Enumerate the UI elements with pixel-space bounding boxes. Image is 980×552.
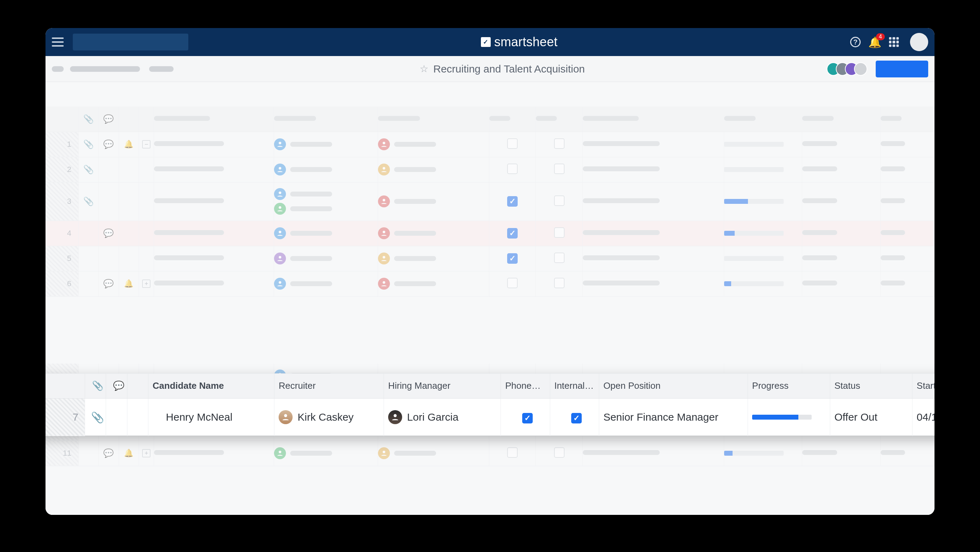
cell-open-position[interactable]: Senior Finance Manager	[599, 398, 748, 436]
svg-point-22	[394, 414, 397, 418]
toolbar-placeholder	[149, 66, 173, 72]
hiring-manager-name: Lori Garcia	[407, 411, 458, 423]
col-status[interactable]: Status	[830, 374, 912, 398]
cell-internal[interactable]	[550, 398, 599, 436]
menu-button[interactable]	[52, 37, 64, 46]
avatar-icon	[278, 410, 293, 424]
brand-name: smartsheet	[494, 35, 558, 49]
col-recruiter[interactable]: Recruiter	[274, 374, 384, 398]
cell-status[interactable]: Offer Out	[830, 398, 912, 436]
cell-recruiter[interactable]: Kirk Caskey	[274, 398, 384, 436]
row-number: 7	[46, 398, 85, 436]
sheet-title[interactable]: Recruiting and Talent Acquisition	[433, 63, 585, 75]
favorite-star-icon[interactable]: ☆	[420, 63, 428, 75]
toolbar-placeholder	[52, 66, 64, 72]
recruiter-name: Kirk Caskey	[298, 411, 353, 423]
attachment-icon[interactable]: 📎	[85, 398, 106, 436]
svg-point-6	[383, 199, 385, 201]
cell-candidate[interactable]: Henry McNeal	[148, 398, 274, 436]
checkbox-checked-icon	[522, 413, 533, 423]
table-row[interactable]: 3📎	[46, 182, 934, 221]
notifications-button[interactable]: 🔔 4	[869, 36, 881, 48]
brand: ✓ smartsheet	[188, 35, 850, 49]
grid: 📎💬 1📎💬🔔−2📎3📎4💬56💬🔔+9💬10📎11💬🔔+ 📎	[46, 82, 934, 515]
help-button[interactable]: ?	[850, 37, 861, 47]
attachments-column-icon: 📎	[85, 374, 106, 398]
cell-progress[interactable]	[748, 398, 830, 436]
svg-point-20	[383, 451, 385, 453]
comments-column-icon: 💬	[106, 374, 127, 398]
svg-point-7	[278, 231, 281, 233]
avatar-icon	[388, 410, 402, 424]
sheet-title-area: ☆ Recruiting and Talent Acquisition	[173, 63, 831, 75]
svg-point-11	[278, 281, 281, 284]
svg-point-1	[383, 142, 385, 144]
share-button[interactable]	[876, 61, 928, 77]
table-row[interactable]: 1📎💬🔔−	[46, 132, 934, 157]
help-icon: ?	[850, 37, 861, 47]
svg-point-21	[284, 414, 287, 418]
table-row[interactable]: 7 📎 Henry McNeal Kirk Caskey Lori Garcia…	[46, 398, 934, 436]
svg-point-8	[383, 231, 385, 233]
toolbar-placeholder	[70, 66, 140, 72]
table-row[interactable]: 6💬🔔+	[46, 271, 934, 296]
svg-point-0	[278, 142, 281, 144]
col-candidate[interactable]: Candidate Name	[148, 374, 274, 398]
table-row[interactable]: 4💬	[46, 221, 934, 246]
table-row[interactable]: 2📎	[46, 157, 934, 182]
col-progress[interactable]: Progress	[748, 374, 830, 398]
presence-avatars[interactable]	[831, 62, 867, 76]
notifications-badge: 4	[876, 33, 885, 40]
header-row-placeholder: 📎💬	[46, 107, 934, 132]
cell-phone[interactable]	[501, 398, 550, 436]
svg-point-19	[278, 451, 281, 453]
svg-point-2	[278, 167, 281, 169]
table-row[interactable]: 11💬🔔+	[46, 440, 934, 466]
user-avatar[interactable]	[910, 33, 928, 51]
focused-row-overlay: 📎 💬 Candidate Name Recruiter Hiring Mana…	[46, 373, 934, 436]
apps-launcher-button[interactable]	[889, 37, 899, 47]
svg-point-5	[278, 206, 281, 209]
nav-right: ? 🔔 4	[850, 33, 928, 51]
col-phone[interactable]: Phone…	[501, 374, 550, 398]
checkbox-checked-icon	[571, 413, 582, 423]
cell-start-date[interactable]: 04/18/19	[912, 398, 934, 436]
search-input[interactable]	[73, 34, 188, 50]
toolbar: ☆ Recruiting and Talent Acquisition	[46, 56, 934, 82]
table-row[interactable]: 5	[46, 246, 934, 271]
top-nav: ✓ smartsheet ? 🔔 4	[46, 28, 934, 56]
svg-point-4	[278, 191, 281, 194]
svg-point-9	[278, 256, 281, 258]
col-start-date[interactable]: Start D…	[912, 374, 934, 398]
col-hiring-manager[interactable]: Hiring Manager	[384, 374, 501, 398]
column-header-row: 📎 💬 Candidate Name Recruiter Hiring Mana…	[46, 374, 934, 398]
svg-point-10	[383, 256, 385, 258]
col-internal[interactable]: Internal…	[550, 374, 599, 398]
svg-point-12	[383, 281, 385, 284]
brand-logo-icon: ✓	[481, 37, 491, 47]
app-window: ✓ smartsheet ? 🔔 4 ☆ Recruiting and Tale…	[46, 28, 934, 515]
svg-point-3	[383, 167, 385, 169]
cell-hiring-manager[interactable]: Lori Garcia	[384, 398, 501, 436]
col-open-position[interactable]: Open Position	[599, 374, 748, 398]
